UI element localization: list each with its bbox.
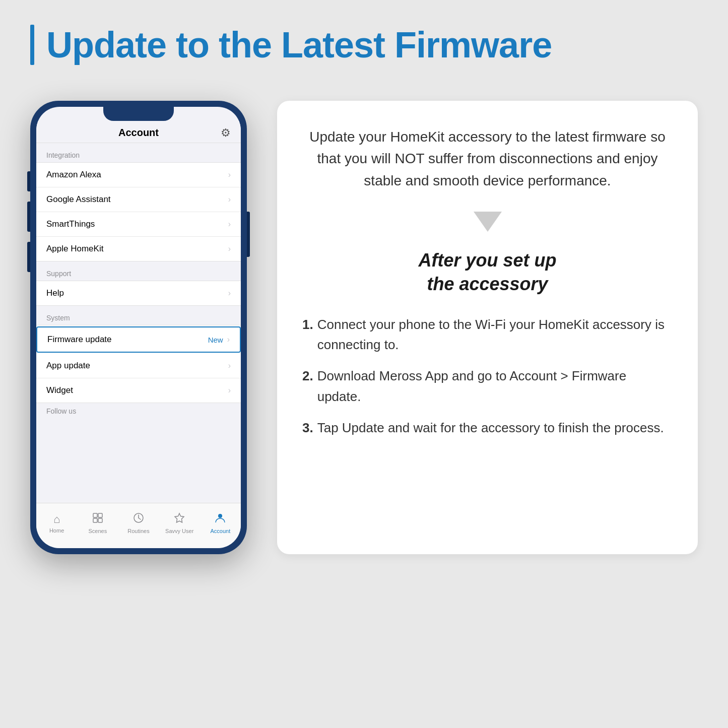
firmware-update-item[interactable]: Firmware update New ›: [36, 326, 241, 353]
widget-label: Widget: [46, 385, 73, 395]
svg-rect-2: [93, 518, 97, 522]
tab-scenes-label: Scenes: [88, 528, 107, 534]
list-item[interactable]: Help ›: [36, 281, 241, 305]
chevron-right-icon: ›: [228, 244, 231, 253]
chevron-right-icon: ›: [228, 386, 231, 395]
step-2: 2. Download Meross App and go to Account…: [302, 366, 673, 407]
tab-routines[interactable]: Routines: [118, 512, 159, 534]
new-badge: New: [208, 336, 223, 344]
steps-list: 1. Connect your phone to the Wi-Fi your …: [302, 314, 673, 449]
tab-savvy-user[interactable]: Savvy User: [159, 512, 200, 534]
google-assistant-label: Google Assistant: [46, 194, 111, 205]
phone-button-vol-down: [27, 242, 30, 272]
phone-button-power: [247, 212, 250, 257]
list-item[interactable]: Google Assistant ›: [36, 187, 241, 212]
phone-mockup: Account ⚙ Integration Amazon Alexa › Goo…: [30, 101, 247, 554]
tab-home-label: Home: [49, 527, 64, 534]
header-accent-bar: [30, 25, 34, 65]
after-heading: After you set up the accessory: [302, 249, 673, 296]
firmware-update-label: Firmware update: [47, 335, 112, 345]
tab-home[interactable]: ⌂ Home: [36, 513, 77, 534]
scenes-icon: [92, 512, 103, 526]
triangle-icon: [474, 212, 502, 232]
svg-rect-1: [98, 513, 102, 517]
svg-line-6: [139, 518, 141, 519]
chevron-right-icon: ›: [228, 195, 231, 204]
step-2-text: Download Meross App and go to Account > …: [317, 366, 673, 407]
support-list: Help ›: [36, 281, 241, 306]
svg-point-7: [218, 514, 222, 518]
tab-routines-label: Routines: [127, 528, 149, 534]
list-item[interactable]: SmartThings ›: [36, 212, 241, 237]
chevron-right-icon: ›: [228, 361, 231, 370]
step-2-num: 2.: [302, 366, 313, 407]
right-panel: Update your HomeKit accessory to the lat…: [277, 101, 698, 554]
chevron-right-icon: ›: [228, 170, 231, 179]
app-body: Integration Amazon Alexa › Google Assist…: [36, 143, 241, 417]
after-heading-line1: After you set up: [418, 250, 556, 271]
app-header: Account ⚙: [36, 121, 241, 143]
tab-account[interactable]: Account: [200, 512, 241, 534]
svg-rect-0: [93, 513, 97, 517]
page-title: Update to the Latest Firmware: [46, 24, 552, 65]
after-heading-line2: the accessory: [427, 274, 548, 294]
app-update-label: App update: [46, 361, 90, 371]
list-item[interactable]: Widget ›: [36, 378, 241, 403]
help-label: Help: [46, 288, 64, 298]
step-1-text: Connect your phone to the Wi-Fi your Hom…: [317, 314, 673, 355]
integration-section-label: Integration: [36, 143, 241, 162]
routines-icon: [133, 512, 144, 526]
tab-bar: ⌂ Home Scenes: [36, 503, 241, 548]
phone-mockup-container: Account ⚙ Integration Amazon Alexa › Goo…: [30, 101, 247, 554]
home-icon: ⌂: [53, 513, 60, 526]
step-3-num: 3.: [302, 418, 313, 438]
integration-list: Amazon Alexa › Google Assistant › SmartT…: [36, 162, 241, 261]
tab-scenes[interactable]: Scenes: [77, 512, 118, 534]
tab-savvy-user-label: Savvy User: [165, 528, 193, 534]
page-header: Update to the Latest Firmware: [0, 0, 728, 81]
step-3: 3. Tap Update and wait for the accessory…: [302, 418, 673, 438]
support-section-label: Support: [36, 261, 241, 281]
step-3-text: Tap Update and wait for the accessory to…: [317, 418, 664, 438]
amazon-alexa-label: Amazon Alexa: [46, 170, 101, 180]
chevron-right-icon: ›: [227, 335, 230, 344]
system-list: Firmware update New › App update › Widge…: [36, 325, 241, 403]
apple-homekit-label: Apple HomeKit: [46, 244, 103, 254]
account-icon: [215, 512, 226, 526]
chevron-right-icon: ›: [228, 220, 231, 229]
tab-account-label: Account: [211, 528, 231, 534]
arrow-down-indicator: [302, 212, 673, 234]
list-item[interactable]: Apple HomeKit ›: [36, 237, 241, 261]
phone-notch: [103, 107, 174, 121]
savvy-user-icon: [174, 512, 185, 526]
step-1: 1. Connect your phone to the Wi-Fi your …: [302, 314, 673, 355]
description-text: Update your HomeKit accessory to the lat…: [302, 126, 673, 191]
svg-rect-3: [98, 518, 102, 522]
firmware-update-right: New ›: [208, 335, 230, 344]
phone-screen: Account ⚙ Integration Amazon Alexa › Goo…: [36, 107, 241, 548]
chevron-right-icon: ›: [228, 289, 231, 298]
phone-button-vol-up: [27, 202, 30, 232]
step-1-num: 1.: [302, 314, 313, 355]
system-section-label: System: [36, 306, 241, 325]
phone-button-mute: [27, 171, 30, 191]
gear-icon[interactable]: ⚙: [221, 126, 231, 140]
list-item[interactable]: Amazon Alexa ›: [36, 163, 241, 187]
app-screen-title: Account: [118, 127, 159, 139]
main-content: Account ⚙ Integration Amazon Alexa › Goo…: [0, 81, 728, 574]
list-item[interactable]: App update ›: [36, 354, 241, 378]
follow-us-label: Follow us: [36, 403, 241, 417]
smartthings-label: SmartThings: [46, 219, 95, 229]
